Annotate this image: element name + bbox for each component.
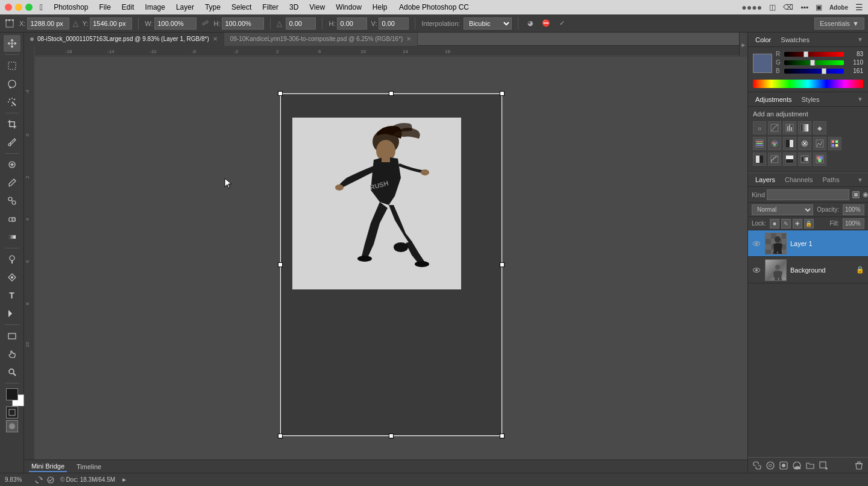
layer-1-visibility[interactable] xyxy=(752,239,761,248)
handle-bottom-center[interactable] xyxy=(389,434,394,438)
adj-colorlookup[interactable] xyxy=(828,137,841,150)
tool-brush[interactable] xyxy=(4,174,20,191)
tool-type[interactable]: T xyxy=(4,287,20,304)
essentials-button[interactable]: Essentials ▼ xyxy=(814,17,864,30)
standard-mode[interactable] xyxy=(6,406,18,418)
menu-window[interactable]: Window xyxy=(331,2,366,13)
adj-brightness[interactable]: ☼ xyxy=(753,121,766,134)
y-input[interactable] xyxy=(90,17,132,30)
color-swatch[interactable] xyxy=(753,54,772,73)
menu-photoshop[interactable]: Photoshop xyxy=(49,2,93,13)
tool-eyedropper[interactable] xyxy=(4,134,20,151)
tool-clone[interactable] xyxy=(4,192,20,209)
interpolation-select[interactable]: Bicubic Bilinear Nearest Neighbor xyxy=(464,17,512,30)
tool-dodge[interactable] xyxy=(4,251,20,268)
layer-item-background[interactable]: Background 🔒 xyxy=(748,257,868,283)
layers-tab[interactable]: Layers xyxy=(753,175,778,185)
layer-bg-visibility[interactable] xyxy=(752,265,761,275)
menu-image[interactable]: Image xyxy=(140,2,170,13)
red-thumb[interactable] xyxy=(804,51,808,57)
menu-view[interactable]: View xyxy=(304,2,330,13)
tool-shape[interactable] xyxy=(4,327,20,344)
h-input[interactable] xyxy=(222,17,264,30)
handle-bottom-left[interactable] xyxy=(278,434,283,438)
adj-invert[interactable] xyxy=(753,153,766,166)
maximize-button[interactable] xyxy=(25,4,33,11)
proof-icon[interactable] xyxy=(46,475,55,485)
adjustments-tab[interactable]: Adjustments xyxy=(753,95,794,104)
color-tab[interactable]: Color xyxy=(753,35,773,45)
document-rotate-icon[interactable] xyxy=(34,475,43,485)
handle-top-right[interactable] xyxy=(500,91,505,96)
link-icon[interactable]: ☍ xyxy=(200,19,210,28)
pixel-filter-icon[interactable] xyxy=(852,189,860,200)
panel-collapse-button[interactable]: ► xyxy=(739,33,747,57)
tab-1-close[interactable]: ✕ xyxy=(213,36,218,42)
red-slider[interactable] xyxy=(784,52,844,57)
mini-bridge-tab[interactable]: Mini Bridge xyxy=(29,461,67,472)
new-folder-icon[interactable] xyxy=(805,460,816,471)
menu-edit[interactable]: Edit xyxy=(117,2,139,13)
tool-gradient[interactable] xyxy=(4,229,20,245)
menu-help[interactable]: Help xyxy=(368,2,392,13)
green-thumb[interactable] xyxy=(810,60,815,66)
add-mask-icon[interactable] xyxy=(778,460,789,471)
warp-icon[interactable]: ◕ xyxy=(524,17,536,30)
tool-magic-wand[interactable] xyxy=(4,93,20,110)
hskew-input[interactable] xyxy=(337,17,367,30)
fill-input[interactable] xyxy=(843,218,864,229)
adj-exposure[interactable] xyxy=(798,121,811,134)
cancel-transform-icon[interactable]: ⛔ xyxy=(540,17,552,30)
x-input[interactable] xyxy=(27,17,69,30)
handle-top-center[interactable] xyxy=(389,91,394,96)
tool-marquee[interactable] xyxy=(4,57,20,74)
channels-tab[interactable]: Channels xyxy=(782,175,815,185)
adj-gradientmap[interactable] xyxy=(798,153,811,166)
tool-crop[interactable] xyxy=(4,116,20,133)
handle-middle-right[interactable] xyxy=(500,262,505,267)
menu-file[interactable]: File xyxy=(95,2,116,13)
spectrum-bar[interactable] xyxy=(753,80,863,88)
tool-pen[interactable] xyxy=(4,269,20,286)
tool-colors[interactable] xyxy=(6,388,18,400)
foreground-color[interactable] xyxy=(6,388,18,400)
opacity-input[interactable] xyxy=(843,204,864,215)
lock-pixels-icon[interactable]: ✎ xyxy=(781,219,791,229)
layers-panel-menu[interactable]: ▼ xyxy=(857,177,863,183)
adj-posterize[interactable] xyxy=(768,153,781,166)
layers-filter-input[interactable] xyxy=(767,189,849,200)
adj-vibrance[interactable]: ◆ xyxy=(813,121,826,134)
tool-eraser[interactable] xyxy=(4,210,20,227)
tool-move[interactable] xyxy=(4,35,20,52)
adjustment-filter-icon[interactable]: ◉ xyxy=(863,189,868,200)
blue-thumb[interactable] xyxy=(822,68,826,74)
tool-lasso[interactable] xyxy=(4,75,20,92)
minimize-button[interactable] xyxy=(15,4,22,11)
handle-middle-left[interactable] xyxy=(278,262,283,267)
new-adj-icon[interactable] xyxy=(791,460,802,471)
adj-curves[interactable] xyxy=(768,121,781,134)
menu-3d[interactable]: 3D xyxy=(285,2,303,13)
tab-2-close[interactable]: ✕ xyxy=(406,36,411,42)
quick-mask-mode[interactable] xyxy=(6,420,18,432)
adj-levels[interactable] xyxy=(783,121,796,134)
angle-input[interactable] xyxy=(286,17,316,30)
link-layers-icon[interactable] xyxy=(752,460,763,471)
tab-1[interactable]: 08-iStock_000011057163Large.psd @ 9.83% … xyxy=(24,33,224,46)
menu-filter[interactable]: Filter xyxy=(257,2,283,13)
handle-top-left[interactable] xyxy=(278,91,283,96)
vskew-input[interactable] xyxy=(379,17,409,30)
adj-threshold[interactable] xyxy=(783,153,796,166)
new-layer-icon[interactable] xyxy=(818,460,829,471)
commit-transform-icon[interactable]: ✓ xyxy=(556,17,568,30)
adj-hsl[interactable] xyxy=(753,137,766,150)
timeline-tab[interactable]: Timeline xyxy=(74,462,104,472)
w-input[interactable] xyxy=(154,17,197,30)
tool-zoom[interactable] xyxy=(4,364,20,380)
paths-tab[interactable]: Paths xyxy=(820,175,842,185)
swatches-tab[interactable]: Swatches xyxy=(778,35,812,45)
add-style-icon[interactable] xyxy=(765,460,776,471)
canvas-content[interactable]: RUSH xyxy=(35,57,747,473)
adj-panel-menu[interactable]: ▼ xyxy=(857,96,863,103)
blue-slider[interactable] xyxy=(784,69,844,74)
